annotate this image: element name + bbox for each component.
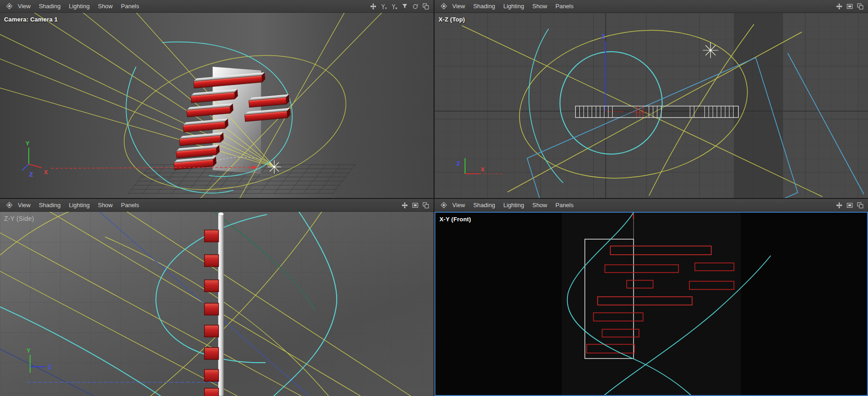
menu-lighting[interactable]: Lighting xyxy=(65,200,94,210)
menu-panels[interactable]: Panels xyxy=(552,200,577,210)
perspective-view-area[interactable]: Y Z X Camera: Camera 1 xyxy=(0,13,434,198)
pole-object[interactable] xyxy=(218,213,223,396)
grid-major xyxy=(434,13,868,198)
menu-shading[interactable]: Shading xyxy=(35,200,64,210)
axis-z-label: Z xyxy=(602,33,605,40)
frame-view-icon[interactable] xyxy=(411,201,419,209)
layout-icon[interactable] xyxy=(856,201,864,209)
menu-panels[interactable]: Panels xyxy=(117,1,143,11)
perspective-canvas[interactable]: Y Z X xyxy=(0,13,434,198)
pan-zoom-icon[interactable] xyxy=(369,2,377,11)
viewport-menubar: View Shading Lighting Show Panels xyxy=(0,199,434,212)
frame-view-icon[interactable] xyxy=(846,201,854,209)
axis-z-label: Z xyxy=(29,171,33,178)
shadow-band xyxy=(734,13,783,198)
top-view-area[interactable]: Z xyxy=(434,13,868,198)
menu-show[interactable]: Show xyxy=(529,200,551,210)
menu-view[interactable]: View xyxy=(449,200,469,210)
viewport-perspective[interactable]: View Shading Lighting Show Panels xyxy=(0,0,434,198)
menu-shading[interactable]: Shading xyxy=(470,200,499,210)
menu-show[interactable]: Show xyxy=(94,200,116,210)
frame-view-icon[interactable] xyxy=(846,2,854,11)
viewport-menu-icon[interactable] xyxy=(5,201,13,209)
layout-icon[interactable] xyxy=(422,2,430,11)
menu-show[interactable]: Show xyxy=(94,1,116,11)
camera-track-icon[interactable] xyxy=(380,2,388,11)
pan-zoom-icon[interactable] xyxy=(401,201,409,209)
menu-shading[interactable]: Shading xyxy=(470,1,499,11)
viewport-side[interactable]: View Shading Lighting Show Panels xyxy=(0,199,434,396)
layout-icon[interactable] xyxy=(856,2,864,11)
menu-lighting[interactable]: Lighting xyxy=(500,200,528,210)
axis-y-label: Y xyxy=(26,347,31,354)
side-view-area[interactable]: Y Z Z-Y (Side) xyxy=(0,212,434,396)
viewport-menubar: View Shading Lighting Show Panels xyxy=(0,0,434,13)
front-canvas[interactable] xyxy=(435,213,867,395)
viewport-menu-icon[interactable] xyxy=(439,201,448,209)
axis-y-label: Y xyxy=(26,140,30,147)
axis-z-label: Z xyxy=(456,160,460,167)
viewport-menubar: View Shading Lighting Show Panels xyxy=(434,199,868,212)
menu-view[interactable]: View xyxy=(449,1,469,11)
camera-dolly-icon[interactable] xyxy=(390,2,398,11)
viewport-menu-icon[interactable] xyxy=(5,2,13,11)
bars-wireframe-top[interactable] xyxy=(576,106,739,118)
viewport-top[interactable]: View Shading Lighting Show Panels xyxy=(434,0,868,198)
pan-zoom-icon[interactable] xyxy=(835,2,843,11)
front-view-area[interactable]: X-Y (Front) xyxy=(434,212,868,396)
viewport-menubar: View Shading Lighting Show Panels xyxy=(434,0,868,13)
quad-view-layout: View Shading Lighting Show Panels xyxy=(0,0,868,396)
menu-panels[interactable]: Panels xyxy=(117,200,143,210)
isolate-select-icon[interactable] xyxy=(401,2,409,11)
red-bars-side[interactable] xyxy=(205,230,219,396)
pan-zoom-icon[interactable] xyxy=(835,201,843,209)
viewport-menu-icon[interactable] xyxy=(439,2,448,11)
menu-panels[interactable]: Panels xyxy=(552,1,577,11)
top-canvas[interactable]: Z xyxy=(434,13,868,198)
menu-lighting[interactable]: Lighting xyxy=(65,1,94,11)
viewport-front[interactable]: View Shading Lighting Show Panels xyxy=(434,199,868,396)
orbit-camera-icon[interactable] xyxy=(411,2,419,11)
axis-x-label: X xyxy=(44,169,48,176)
menu-view[interactable]: View xyxy=(14,1,34,11)
menu-show[interactable]: Show xyxy=(529,1,551,11)
menu-lighting[interactable]: Lighting xyxy=(500,1,528,11)
side-canvas[interactable]: Y Z xyxy=(0,212,434,396)
axis-x-label: X xyxy=(481,166,485,173)
layout-icon[interactable] xyxy=(422,201,430,209)
menu-shading[interactable]: Shading xyxy=(35,1,64,11)
menu-view[interactable]: View xyxy=(14,200,34,210)
axis-z-label: Z xyxy=(48,364,52,370)
